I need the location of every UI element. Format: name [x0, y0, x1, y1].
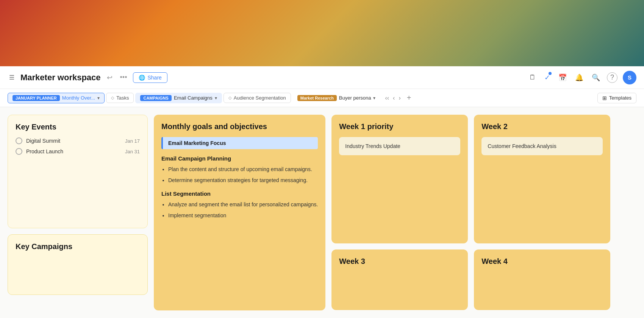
menu-button[interactable]: ☰ [8, 72, 16, 83]
chevron-down-icon: ▾ [97, 95, 100, 101]
workspace-title: Marketer workspace [20, 73, 101, 83]
nav-arrow-next[interactable]: › [397, 94, 402, 102]
tab-badge-campaigns: CAMPAIGNS [140, 95, 171, 101]
week1-content-text: Industry Trends Update [345, 143, 400, 149]
left-column: Key Events Digital Summit Jan 17 Product… [8, 115, 148, 310]
share-globe-icon: 🌐 [139, 75, 145, 81]
list-item: Analyze and segment the email list for p… [168, 201, 318, 209]
list-item: Determine segmentation strategies for ta… [168, 176, 318, 184]
event-name-product: Product Launch [26, 148, 121, 154]
tab-badge-january: JANUARY PLANNER [13, 95, 60, 101]
event-date-product: Jan 31 [125, 149, 140, 154]
diamond-icon-audience: ◇ [228, 95, 231, 100]
event-date-digital: Jan 17 [125, 138, 140, 144]
section-title-list-segmentation: List Segmentation [161, 190, 318, 197]
templates-label: Templates [609, 95, 631, 101]
week4-card: Week 4 [474, 249, 610, 310]
bullet-list-list-segmentation: Analyze and segment the email list for p… [161, 201, 318, 220]
tab-audience-segmentation[interactable]: ◇ Audience Segmentation [224, 93, 291, 103]
tab-label-audience: Audience Segmentation [234, 95, 286, 101]
monthly-goals-title: Monthly goals and objectives [161, 122, 318, 131]
event-checkbox-digital[interactable] [16, 137, 22, 144]
list-item: Implement segmentation [168, 212, 318, 220]
tab-sublabel-january: Monthly Over... [62, 95, 95, 101]
templates-button[interactable]: ⊞ Templates [597, 93, 636, 103]
week-1-3-column: Week 1 priority Industry Trends Update W… [331, 115, 468, 310]
templates-grid-icon: ⊞ [602, 95, 607, 101]
week1-title: Week 1 priority [339, 122, 460, 131]
main-content: Key Events Digital Summit Jan 17 Product… [0, 107, 644, 318]
event-name-digital: Digital Summit [26, 138, 121, 144]
help-icon-button[interactable]: ? [607, 72, 617, 83]
avatar-initial: S [628, 74, 631, 81]
tab-market-research[interactable]: Market Research Buyer persona ▾ [292, 93, 381, 103]
tasks-icon-button[interactable]: ✓ [543, 72, 552, 83]
week2-card: Week 2 Customer Feedback Analysis [474, 115, 610, 243]
email-focus-badge: Email Marketing Focus [161, 137, 318, 149]
week1-content: Industry Trends Update [339, 137, 460, 155]
section-title-email-planning: Email Campaign Planning [161, 155, 318, 162]
chevron-down-icon-campaigns: ▾ [215, 95, 217, 101]
more-options-button[interactable]: ••• [119, 72, 129, 83]
week2-content-text: Customer Feedback Analysis [488, 143, 556, 149]
week1-card: Week 1 priority Industry Trends Update [331, 115, 468, 243]
app-bar-left: ☰ Marketer workspace ↩ ••• 🌐 Share [8, 72, 528, 83]
header-banner [0, 0, 644, 66]
notes-icon-button[interactable]: 🗒 [528, 72, 538, 83]
calendar-icon-button[interactable]: 📅 [557, 72, 568, 83]
tab-sublabel-campaigns: Email Campaigns [174, 95, 213, 101]
week3-title: Week 3 [339, 257, 460, 266]
week4-title: Week 4 [481, 257, 603, 266]
key-events-title: Key Events [16, 123, 140, 131]
bullet-list-email-planning: Plan the content and structure of upcomi… [161, 165, 318, 184]
tab-nav-arrows: ‹‹ ‹ › [383, 94, 402, 102]
avatar[interactable]: S [623, 71, 636, 84]
bell-icon-button[interactable]: 🔔 [574, 72, 585, 83]
key-events-list: Digital Summit Jan 17 Product Launch Jan… [16, 137, 140, 155]
event-checkbox-product[interactable] [16, 148, 22, 155]
week-2-4-column: Week 2 Customer Feedback Analysis Week 4 [474, 115, 610, 310]
tab-sublabel-market: Buyer persona [339, 95, 371, 101]
tab-label-tasks: Tasks [116, 95, 129, 101]
tab-campaigns[interactable]: CAMPAIGNS Email Campaigns ▾ [135, 93, 222, 103]
event-item: Digital Summit Jan 17 [16, 137, 140, 144]
app-bar-right: 🗒 ✓ 📅 🔔 🔍 ? S [528, 71, 636, 84]
list-item: Plan the content and structure of upcomi… [168, 165, 318, 173]
chevron-down-icon-market: ▾ [373, 95, 375, 101]
nav-arrow-prev-prev[interactable]: ‹‹ [383, 94, 391, 102]
key-events-card: Key Events Digital Summit Jan 17 Product… [8, 115, 148, 228]
tab-january-planner[interactable]: JANUARY PLANNER Monthly Over... ▾ [8, 93, 105, 103]
nav-tabs-bar: JANUARY PLANNER Monthly Over... ▾ ◇ Task… [0, 89, 644, 107]
event-item: Product Launch Jan 31 [16, 148, 140, 155]
nav-arrow-prev[interactable]: ‹ [391, 94, 396, 102]
share-button[interactable]: 🌐 Share [133, 72, 167, 83]
monthly-goals-card: Monthly goals and objectives Email Marke… [154, 115, 325, 310]
app-bar: ☰ Marketer workspace ↩ ••• 🌐 Share 🗒 ✓ 📅… [0, 66, 644, 89]
week2-content: Customer Feedback Analysis [481, 137, 603, 155]
add-tab-button[interactable]: + [404, 93, 414, 103]
undo-button[interactable]: ↩ [105, 72, 114, 83]
key-campaigns-title: Key Campaigns [16, 242, 140, 251]
week3-card: Week 3 [331, 249, 468, 310]
search-icon-button[interactable]: 🔍 [590, 72, 602, 83]
diamond-icon-tasks: ◇ [111, 95, 114, 100]
tab-badge-market: Market Research [297, 95, 337, 101]
share-label: Share [147, 75, 161, 81]
tab-tasks[interactable]: ◇ Tasks [106, 93, 134, 103]
key-campaigns-card: Key Campaigns [8, 234, 148, 295]
week2-title: Week 2 [481, 122, 603, 131]
